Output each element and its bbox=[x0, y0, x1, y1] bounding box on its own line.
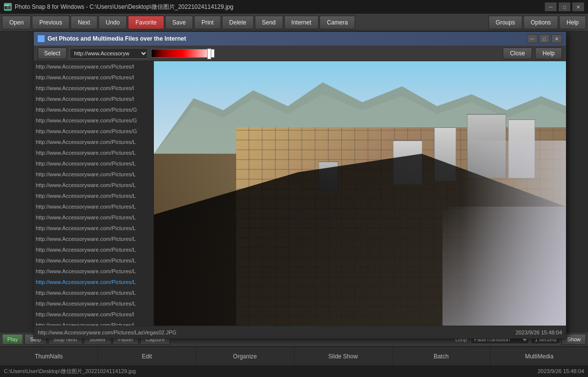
status-date: 2023/9/26 15:48:04 bbox=[515, 330, 562, 335]
dialog-maximize-button[interactable]: □ bbox=[539, 34, 550, 43]
url-item[interactable]: http://www.Accessoryware.com/Pictures/l bbox=[34, 83, 153, 94]
filepath-label: C:\Users\User\Desktop\微信图片_2022102411412… bbox=[4, 368, 136, 375]
url-item[interactable]: http://www.Accessoryware.com/Pictures/L bbox=[34, 234, 153, 244]
internet-dialog: Get Photos and Multimedia Files over the… bbox=[33, 31, 566, 339]
tab-organize[interactable]: Organize bbox=[196, 347, 294, 365]
status-url: http://www.Accessoryware.com/Pictures/La… bbox=[38, 330, 506, 335]
dialog-minimize-button[interactable]: ─ bbox=[527, 34, 538, 43]
url-item[interactable]: http://www.Accessoryware.com/Pictures/L bbox=[34, 147, 153, 158]
minimize-button[interactable]: ─ bbox=[545, 2, 557, 11]
dialog-icon bbox=[38, 35, 45, 42]
bottom-status-bar: C:\Users\User\Desktop\微信图片_2022102411412… bbox=[0, 365, 588, 377]
url-item[interactable]: http://www.Accessoryware.com/Pictures/L bbox=[34, 201, 153, 212]
title-bar: 📷 Photo Snap 8 for Windows - C:\Users\Us… bbox=[0, 0, 588, 14]
url-item[interactable]: http://www.Accessoryware.com/Pictures/L bbox=[34, 255, 153, 266]
print-button[interactable]: Print bbox=[194, 16, 221, 29]
favorite-button[interactable]: Favorite bbox=[128, 16, 164, 29]
url-item[interactable]: http://www.Accessoryware.com/Pictures/L bbox=[34, 223, 153, 234]
app-icon: 📷 bbox=[4, 3, 12, 11]
color-gradient-bar[interactable] bbox=[151, 49, 215, 58]
url-item[interactable]: http://www.Accessoryware.com/Pictures/l bbox=[34, 72, 153, 83]
dialog-title-text: Get Photos and Multimedia Files over the… bbox=[48, 35, 527, 42]
dialog-title-bar: Get Photos and Multimedia Files over the… bbox=[34, 32, 566, 46]
url-item-active[interactable]: http://www.Accessoryware.com/Pictures/L bbox=[34, 277, 153, 287]
url-item[interactable]: http://www.Accessoryware.com/Pictures/L bbox=[34, 180, 153, 190]
dialog-controls: ─ □ ✕ bbox=[527, 34, 562, 43]
dialog-content: http://www.Accessoryware.com/Pictures/l … bbox=[34, 61, 566, 326]
url-item[interactable]: http://www.Accessoryware.com/Pictures/L bbox=[34, 266, 153, 277]
url-item[interactable]: http://www.Accessoryware.com/Pictures/L bbox=[34, 169, 153, 180]
delete-button[interactable]: Delete bbox=[222, 16, 254, 29]
send-button[interactable]: Send bbox=[255, 16, 283, 29]
url-item[interactable]: http://www.Accessoryware.com/Pictures/G bbox=[34, 115, 153, 126]
url-item[interactable]: http://www.Accessoryware.com/Pictures/l bbox=[34, 309, 153, 320]
transition-overlay bbox=[442, 207, 566, 326]
url-list[interactable]: http://www.Accessoryware.com/Pictures/l … bbox=[34, 61, 154, 326]
save-button[interactable]: Save bbox=[165, 16, 193, 29]
url-item[interactable]: http://www.Accessoryware.com/Pictures/l bbox=[34, 94, 153, 104]
dialog-help-button[interactable]: Help bbox=[535, 47, 562, 59]
next-button[interactable]: Next bbox=[71, 16, 98, 29]
window-controls: ─ □ ✕ bbox=[545, 2, 584, 11]
color-indicator bbox=[207, 48, 211, 59]
dialog-status-bar: http://www.Accessoryware.com/Pictures/La… bbox=[34, 326, 566, 338]
tab-edit[interactable]: Edit bbox=[98, 347, 196, 365]
dialog-close-action-button[interactable]: Close bbox=[503, 47, 533, 59]
options-button[interactable]: Options bbox=[523, 16, 558, 29]
camera-button[interactable]: Camera bbox=[319, 16, 355, 29]
url-item[interactable]: http://www.Accessoryware.com/Pictures/L bbox=[34, 137, 153, 147]
tab-batch[interactable]: Batch bbox=[392, 347, 490, 365]
tab-bar: ThumNails Edit Organize Slide Show Batch… bbox=[0, 347, 588, 365]
bottom-datetime-label: 2023/9/26 15:48:04 bbox=[538, 368, 584, 374]
maximize-button[interactable]: □ bbox=[559, 2, 570, 11]
url-item[interactable]: http://www.Accessoryware.com/Pictures/l bbox=[34, 320, 153, 326]
tab-thumbnails[interactable]: ThumNails bbox=[0, 347, 98, 365]
window-title: Photo Snap 8 for Windows - C:\Users\User… bbox=[15, 3, 545, 11]
dialog-close-button[interactable]: ✕ bbox=[551, 34, 562, 43]
play-button[interactable]: Play bbox=[2, 334, 23, 345]
open-button[interactable]: Open bbox=[2, 16, 31, 29]
aerial-background bbox=[154, 61, 566, 326]
main-toolbar: Open Previous Next Undo Favorite Save Pr… bbox=[0, 14, 588, 31]
url-item[interactable]: http://www.Accessoryware.com/Pictures/G bbox=[34, 126, 153, 137]
groups-button[interactable]: Groups bbox=[489, 16, 522, 29]
url-item[interactable]: http://www.Accessoryware.com/Pictures/L bbox=[34, 212, 153, 223]
select-button[interactable]: Select bbox=[38, 47, 67, 59]
url-item[interactable]: http://www.Accessoryware.com/Pictures/G bbox=[34, 104, 153, 115]
help-button[interactable]: Help bbox=[559, 16, 586, 29]
image-area bbox=[154, 61, 566, 326]
url-item[interactable]: http://www.Accessoryware.com/Pictures/L bbox=[34, 244, 153, 255]
dialog-toolbar: Select http://www.Accessoryw Close Help bbox=[34, 46, 566, 61]
url-dropdown[interactable]: http://www.Accessoryw bbox=[70, 48, 148, 59]
previous-button[interactable]: Previous bbox=[32, 16, 70, 29]
url-item[interactable]: http://www.Accessoryware.com/Pictures/L bbox=[34, 287, 153, 298]
close-button[interactable]: ✕ bbox=[572, 2, 584, 11]
url-item[interactable]: http://www.Accessoryware.com/Pictures/L bbox=[34, 190, 153, 201]
internet-button[interactable]: Internet bbox=[284, 16, 319, 29]
url-item[interactable]: http://www.Accessoryware.com/Pictures/L bbox=[34, 158, 153, 169]
tab-slideshow[interactable]: Slide Show bbox=[294, 347, 392, 365]
url-item[interactable]: http://www.Accessoryware.com/Pictures/l bbox=[34, 61, 153, 72]
tab-multimedia[interactable]: MultiMedia bbox=[490, 347, 588, 365]
undo-button[interactable]: Undo bbox=[98, 16, 127, 29]
url-item[interactable]: http://www.Accessoryware.com/Pictures/L bbox=[34, 298, 153, 309]
